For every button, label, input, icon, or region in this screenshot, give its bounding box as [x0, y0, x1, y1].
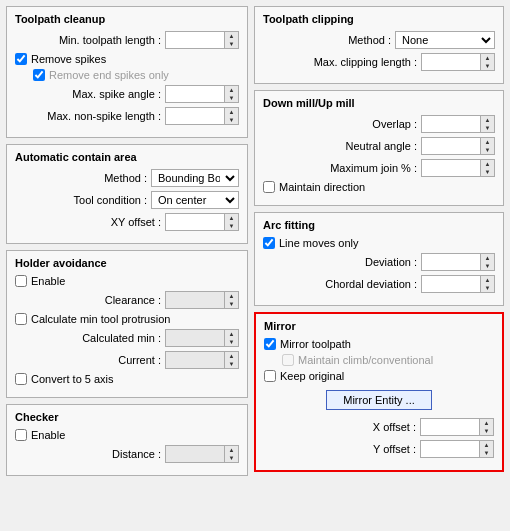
current-spin-down[interactable]: ▼ — [225, 360, 238, 368]
calculated-min-spin-down[interactable]: ▼ — [225, 338, 238, 346]
remove-end-spikes-checkbox[interactable] — [33, 69, 45, 81]
chordal-deviation-label: Chordal deviation : — [263, 278, 421, 290]
y-offset-spin-down[interactable]: ▼ — [480, 449, 493, 457]
checker-distance-row: Distance : 0.5mm ▲ ▼ — [15, 445, 239, 463]
max-non-spike-spinner[interactable]: ▲ ▼ — [225, 107, 239, 125]
method-select[interactable]: Bounding Box Convex Hull None — [151, 169, 239, 187]
keep-original-checkbox[interactable] — [264, 370, 276, 382]
y-offset-row: Y offset : 0mm ▲ ▼ — [264, 440, 494, 458]
calculated-min-input[interactable]: 0mm — [165, 329, 225, 347]
tool-condition-row: Tool condition : On center Inside Outsid… — [15, 191, 239, 209]
max-spike-angle-row: Max. spike angle : 85deg ▲ ▼ — [15, 85, 239, 103]
remove-spikes-checkbox[interactable] — [15, 53, 27, 65]
xy-offset-spin-down[interactable]: ▼ — [225, 222, 238, 230]
clearance-row: Clearance : 0mm ▲ ▼ — [15, 291, 239, 309]
y-offset-spinner[interactable]: ▲ ▼ — [480, 440, 494, 458]
tool-condition-select[interactable]: On center Inside Outside — [151, 191, 239, 209]
maintain-climb-checkbox[interactable] — [282, 354, 294, 366]
min-toolpath-input[interactable]: 0.02mm — [165, 31, 225, 49]
convert-5axis-checkbox[interactable] — [15, 373, 27, 385]
clearance-spin-up[interactable]: ▲ — [225, 292, 238, 300]
max-clipping-spinner[interactable]: ▲ ▼ — [481, 53, 495, 71]
calculated-min-spinner[interactable]: ▲ ▼ — [225, 329, 239, 347]
x-offset-spin-up[interactable]: ▲ — [480, 419, 493, 427]
calc-min-checkbox[interactable] — [15, 313, 27, 325]
neutral-angle-input[interactable]: 5deg — [421, 137, 481, 155]
max-spike-angle-spin-up[interactable]: ▲ — [225, 86, 238, 94]
overlap-spinner[interactable]: ▲ ▼ — [481, 115, 495, 133]
max-join-input[interactable]: 2 — [421, 159, 481, 177]
current-spin-up[interactable]: ▲ — [225, 352, 238, 360]
checker-distance-spinner[interactable]: ▲ ▼ — [225, 445, 239, 463]
checker-distance-input[interactable]: 0.5mm — [165, 445, 225, 463]
checker-enable-checkbox[interactable] — [15, 429, 27, 441]
min-toolpath-spin-down[interactable]: ▼ — [225, 40, 238, 48]
neutral-angle-spin-down[interactable]: ▼ — [481, 146, 494, 154]
x-offset-spin-down[interactable]: ▼ — [480, 427, 493, 435]
chordal-deviation-input[interactable]: 0.0001mm — [421, 275, 481, 293]
y-offset-spin-up[interactable]: ▲ — [480, 441, 493, 449]
chordal-deviation-spinner[interactable]: ▲ ▼ — [481, 275, 495, 293]
overlap-input-group: 0.762mm ▲ ▼ — [421, 115, 495, 133]
overlap-spin-up[interactable]: ▲ — [481, 116, 494, 124]
deviation-input[interactable]: 0.0001mm — [421, 253, 481, 271]
clearance-spinner[interactable]: ▲ ▼ — [225, 291, 239, 309]
overlap-spin-down[interactable]: ▼ — [481, 124, 494, 132]
xy-offset-input[interactable]: 0mm — [165, 213, 225, 231]
min-toolpath-spinner[interactable]: ▲ ▼ — [225, 31, 239, 49]
deviation-input-group: 0.0001mm ▲ ▼ — [421, 253, 495, 271]
checker-enable-row: Enable — [15, 429, 239, 441]
max-clipping-spin-up[interactable]: ▲ — [481, 54, 494, 62]
clipping-method-row: Method : None Clipping box Cylinder — [263, 31, 495, 49]
max-join-spin-up[interactable]: ▲ — [481, 160, 494, 168]
min-toolpath-spin-up[interactable]: ▲ — [225, 32, 238, 40]
max-clipping-input[interactable]: 1.2mm — [421, 53, 481, 71]
deviation-spin-down[interactable]: ▼ — [481, 262, 494, 270]
max-spike-angle-spin-down[interactable]: ▼ — [225, 94, 238, 102]
holder-enable-label: Enable — [31, 275, 65, 287]
xy-offset-spinner[interactable]: ▲ ▼ — [225, 213, 239, 231]
line-moves-row: Line moves only — [263, 237, 495, 249]
overlap-input[interactable]: 0.762mm — [421, 115, 481, 133]
deviation-spin-up[interactable]: ▲ — [481, 254, 494, 262]
line-moves-label: Line moves only — [279, 237, 359, 249]
clearance-spin-down[interactable]: ▼ — [225, 300, 238, 308]
x-offset-input[interactable]: 0mm — [420, 418, 480, 436]
max-clipping-spin-down[interactable]: ▼ — [481, 62, 494, 70]
neutral-angle-row: Neutral angle : 5deg ▲ ▼ — [263, 137, 495, 155]
mirror-toolpath-row: Mirror toolpath — [264, 338, 494, 350]
holder-enable-checkbox[interactable] — [15, 275, 27, 287]
current-spinner[interactable]: ▲ ▼ — [225, 351, 239, 369]
neutral-angle-spin-up[interactable]: ▲ — [481, 138, 494, 146]
x-offset-spinner[interactable]: ▲ ▼ — [480, 418, 494, 436]
deviation-spinner[interactable]: ▲ ▼ — [481, 253, 495, 271]
checker-section: Checker Enable Distance : 0.5mm ▲ ▼ — [6, 404, 248, 476]
max-spike-angle-input[interactable]: 85deg — [165, 85, 225, 103]
checker-distance-spin-up[interactable]: ▲ — [225, 446, 238, 454]
mirror-entity-button[interactable]: Mirror Entity ... — [326, 390, 432, 410]
max-spike-angle-spinner[interactable]: ▲ ▼ — [225, 85, 239, 103]
max-non-spike-input[interactable]: 1mm — [165, 107, 225, 125]
toolpath-clipping-title: Toolpath clipping — [263, 13, 495, 25]
max-non-spike-spin-down[interactable]: ▼ — [225, 116, 238, 124]
max-non-spike-label: Max. non-spike length : — [15, 110, 165, 122]
clipping-method-select[interactable]: None Clipping box Cylinder — [395, 31, 495, 49]
current-input[interactable]: 62mm — [165, 351, 225, 369]
max-join-spin-down[interactable]: ▼ — [481, 168, 494, 176]
y-offset-input[interactable]: 0mm — [420, 440, 480, 458]
convert-5axis-label: Convert to 5 axis — [31, 373, 114, 385]
xy-offset-spin-up[interactable]: ▲ — [225, 214, 238, 222]
max-join-input-group: 2 ▲ ▼ — [421, 159, 495, 177]
chordal-deviation-spin-down[interactable]: ▼ — [481, 284, 494, 292]
checker-distance-spin-down[interactable]: ▼ — [225, 454, 238, 462]
chordal-deviation-spin-up[interactable]: ▲ — [481, 276, 494, 284]
maintain-direction-checkbox[interactable] — [263, 181, 275, 193]
xy-offset-input-group: 0mm ▲ ▼ — [165, 213, 239, 231]
neutral-angle-spinner[interactable]: ▲ ▼ — [481, 137, 495, 155]
mirror-toolpath-checkbox[interactable] — [264, 338, 276, 350]
max-non-spike-spin-up[interactable]: ▲ — [225, 108, 238, 116]
clearance-input[interactable]: 0mm — [165, 291, 225, 309]
max-join-spinner[interactable]: ▲ ▼ — [481, 159, 495, 177]
line-moves-checkbox[interactable] — [263, 237, 275, 249]
calculated-min-spin-up[interactable]: ▲ — [225, 330, 238, 338]
